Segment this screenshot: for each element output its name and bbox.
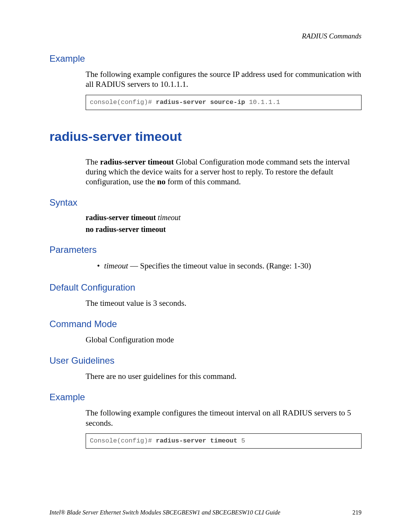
code1-arg: 10.1.1.1 <box>249 99 280 106</box>
param-name: timeout <box>104 261 128 270</box>
syntax1-ital: timeout <box>158 213 181 222</box>
syntax-line-1: radius-server timeout timeout <box>86 213 362 222</box>
bullet-icon: • <box>97 261 100 270</box>
syntax1-bold: radius-server timeout <box>86 213 158 222</box>
content: Example The following example configures… <box>49 53 362 449</box>
command-mode-text: Global Configuration mode <box>86 335 362 345</box>
example1-text: The following example configures the sou… <box>86 69 362 89</box>
page-number: 219 <box>352 509 362 516</box>
parameter-item: • timeout — Specifies the timeout value … <box>97 260 362 271</box>
heading-command-mode: Command Mode <box>49 319 362 329</box>
heading-example-2: Example <box>49 392 362 403</box>
footer-title: Intel® Blade Server Ethernet Switch Modu… <box>49 509 280 516</box>
intro-pre: The <box>86 157 100 166</box>
syntax2-bold: no radius-server timeout <box>86 225 166 233</box>
code1-command: radius-server source-ip <box>156 99 249 106</box>
example2-text: The following example configures the tim… <box>86 408 362 428</box>
heading-syntax: Syntax <box>49 197 362 208</box>
code-example-2: Console(config)# radius-server timeout 5 <box>86 433 362 449</box>
code2-command: radius-server timeout <box>156 437 241 444</box>
intro-end: form of this command. <box>166 177 241 186</box>
heading-default-config: Default Configuration <box>49 282 362 293</box>
code2-prompt: Console(config)# <box>90 437 156 444</box>
heading-user-guidelines: User Guidelines <box>49 355 362 366</box>
footer: Intel® Blade Server Ethernet Switch Modu… <box>49 509 362 516</box>
user-guidelines-text: There are no user guidelines for this co… <box>86 371 362 381</box>
syntax-line-2: no radius-server timeout <box>86 225 362 234</box>
intro-no: no <box>157 177 166 186</box>
intro-cmd: radius-server timeout <box>100 157 174 166</box>
param-desc: — Specifies the timeout value in seconds… <box>128 261 311 270</box>
page: RADIUS Commands Example The following ex… <box>0 0 411 532</box>
code-example-1: console(config)# radius-server source-ip… <box>86 95 362 110</box>
default-config-text: The timeout value is 3 seconds. <box>86 298 362 308</box>
heading-example-1: Example <box>49 53 362 64</box>
heading-parameters: Parameters <box>49 244 362 255</box>
heading-command-title: radius-server timeout <box>49 129 362 144</box>
code2-arg: 5 <box>241 437 245 444</box>
code1-prompt: console(config)# <box>90 99 156 106</box>
header-section: RADIUS Commands <box>302 32 362 40</box>
command-intro: The radius-server timeout Global Configu… <box>86 157 362 187</box>
